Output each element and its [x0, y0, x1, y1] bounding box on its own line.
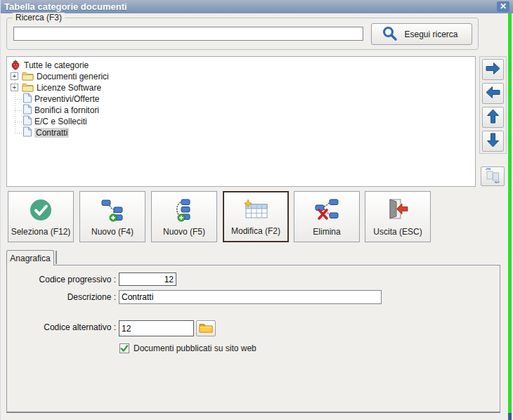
- codice-alternativo-input[interactable]: [119, 320, 194, 336]
- expand-plus-icon[interactable]: +: [11, 84, 18, 91]
- tree-item-document[interactable]: Preventivi/Offerte: [7, 93, 475, 105]
- move-buttons-panel: [479, 56, 507, 154]
- search-button-label: Esegui ricerca: [398, 29, 465, 39]
- tree-item-label[interactable]: E/C e Solleciti: [34, 117, 87, 126]
- tab-divider: [56, 251, 57, 264]
- tab-anagrafica[interactable]: Anagrafica: [6, 250, 54, 265]
- toolbar-button-label: Nuovo (F4): [91, 227, 134, 237]
- title-bar[interactable]: Tabella categorie documenti ✕: [1, 0, 513, 13]
- toolbar-button-label: Modifica (F2): [231, 226, 280, 236]
- search-group-label: Ricerca (F3): [13, 13, 65, 22]
- close-button[interactable]: ✕: [497, 1, 509, 12]
- tree-item-label[interactable]: Preventivi/Offerte: [34, 94, 99, 104]
- published-checkbox-label[interactable]: Documenti pubblicati su sito web: [134, 343, 256, 353]
- tree-item-label[interactable]: Bonifici a fornitori: [34, 105, 99, 115]
- dialog-tabella-categorie-documenti: Tabella categorie documenti ✕ Ricerca (F…: [0, 0, 513, 420]
- tree-connector: [15, 99, 22, 100]
- tree-item-document[interactable]: E/C e Solleciti: [7, 116, 475, 127]
- magnifier-icon: [382, 25, 398, 44]
- tree-item-document[interactable]: Bonifici a fornitori: [7, 105, 475, 116]
- arrow-left-icon: [485, 86, 501, 101]
- tab-label: Anagrafica: [10, 254, 50, 263]
- tree-item-folder[interactable]: + Licenze Software: [7, 82, 475, 93]
- delete-node-icon: [315, 198, 339, 223]
- strawberry-icon: [10, 59, 21, 72]
- toolbar-button-label: Nuovo (F5): [163, 227, 205, 237]
- tree-item-document-selected[interactable]: Contratti: [7, 127, 475, 138]
- tree-item-label[interactable]: Licenze Software: [37, 83, 101, 93]
- expand-plus-icon[interactable]: +: [11, 72, 18, 80]
- move-up-button[interactable]: [482, 107, 504, 128]
- search-input[interactable]: [13, 27, 363, 41]
- arrow-right-icon: [485, 62, 501, 77]
- search-group: Ricerca (F3) Esegui ricerca: [6, 18, 479, 50]
- descrizione-label: Descrizione :: [15, 292, 116, 302]
- codice-progressivo-label: Codice progressivo :: [15, 275, 116, 284]
- search-button[interactable]: Esegui ricerca: [371, 23, 472, 45]
- uscita-button[interactable]: Uscita (ESC): [365, 191, 431, 242]
- tree-connector: [15, 110, 22, 111]
- nuovo-f4-button[interactable]: Nuovo (F4): [79, 191, 145, 242]
- folder-open-icon: [199, 322, 213, 335]
- folder-icon: [22, 71, 34, 83]
- tree-item-folder[interactable]: + Documenti generici: [7, 71, 475, 82]
- exit-door-icon: [387, 198, 409, 223]
- nuovo-f5-button[interactable]: Nuovo (F5): [151, 191, 217, 242]
- new-sibling-node-icon: [172, 198, 196, 224]
- move-left-button[interactable]: [482, 83, 504, 104]
- toolbar-button-label: Uscita (ESC): [373, 227, 422, 237]
- seleziona-button[interactable]: Seleziona (F12): [8, 191, 74, 242]
- tree-connector: [15, 122, 22, 122]
- anagrafica-panel: Codice progressivo : Descrizione : Codic…: [6, 265, 500, 413]
- tree-item-root[interactable]: Tutte le categorie: [7, 60, 475, 71]
- new-child-node-icon: [100, 198, 124, 224]
- codice-alternativo-label: Codice alternativo :: [15, 322, 116, 332]
- check-circle-icon: [29, 198, 53, 224]
- tree-item-label[interactable]: Tutte le categorie: [24, 60, 89, 70]
- descrizione-input[interactable]: [119, 290, 382, 304]
- tree-item-label[interactable]: Contratti: [34, 128, 69, 138]
- swap-categories-button[interactable]: [481, 166, 505, 186]
- modifica-button[interactable]: Modifica (F2): [223, 191, 289, 242]
- toolbar-button-label: Elimina: [313, 227, 340, 237]
- arrow-up-icon: [486, 108, 500, 126]
- bottom-right-corner: [508, 413, 512, 420]
- folder-icon: [22, 82, 34, 94]
- right-edge-accent: [508, 13, 512, 413]
- tree-item-label[interactable]: Documenti generici: [37, 72, 109, 81]
- move-right-button[interactable]: [482, 59, 504, 80]
- browse-code-button[interactable]: [196, 320, 216, 336]
- tree-connector: [15, 133, 22, 133]
- swap-documents-icon: [483, 168, 502, 185]
- window-title: Tabella categorie documenti: [4, 1, 127, 12]
- move-down-button[interactable]: [482, 131, 504, 152]
- category-tree[interactable]: Tutte le categorie + Documenti generici …: [6, 56, 476, 187]
- document-icon: [22, 126, 32, 139]
- checkmark-icon: [120, 344, 129, 353]
- toolbar-button-label: Seleziona (F12): [11, 227, 71, 237]
- arrow-down-icon: [486, 132, 500, 150]
- edit-table-icon: [242, 199, 269, 222]
- elimina-button[interactable]: Elimina: [294, 191, 360, 242]
- published-checkbox[interactable]: [119, 343, 129, 353]
- codice-progressivo-input[interactable]: [119, 273, 176, 286]
